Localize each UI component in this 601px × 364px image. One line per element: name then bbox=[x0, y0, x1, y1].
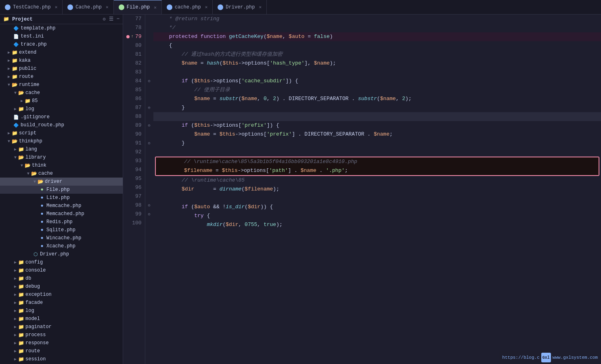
gutter-98[interactable]: ⊖ bbox=[145, 201, 153, 210]
tree-folder-extend[interactable]: ▶ 📁 extend bbox=[0, 48, 123, 56]
tree-folder-think[interactable]: ▼ 📂 think bbox=[0, 161, 123, 169]
tree-folder-db[interactable]: ▶ 📁 db bbox=[0, 274, 123, 282]
code-text: $auto bbox=[194, 203, 210, 211]
line-numbers: 77 78 ↑ 79 80 81 82 83 84 85 86 87 88 89… bbox=[123, 15, 145, 364]
arrow-icon: ▶ bbox=[13, 292, 18, 297]
tab-file[interactable]: File.php ✕ bbox=[114, 0, 162, 14]
minimize-icon[interactable]: − bbox=[117, 16, 119, 22]
gutter-91[interactable]: ⊖ bbox=[145, 139, 153, 148]
tree-item[interactable]: 🔷 trace.php bbox=[0, 40, 123, 48]
code-line-79: protected function getCacheKey ( $name ,… bbox=[153, 32, 601, 41]
gutter-78 bbox=[145, 23, 153, 32]
code-text: if bbox=[182, 203, 188, 211]
gutter-93 bbox=[145, 157, 153, 165]
code-text bbox=[157, 94, 195, 103]
code-text: 0 bbox=[264, 94, 267, 103]
tree-item[interactable]: 📄 test.ini bbox=[0, 32, 123, 40]
tree-label: config bbox=[25, 259, 43, 265]
code-text: ]) { bbox=[286, 77, 298, 86]
tree-folder-route[interactable]: ▶ 📁 route bbox=[0, 73, 123, 81]
tree-folder-cache1[interactable]: ▼ 📂 cache bbox=[0, 89, 123, 97]
code-text: , bbox=[283, 32, 289, 41]
gutter-94 bbox=[145, 165, 153, 174]
tree-folder-lang[interactable]: ▶ 📁 lang bbox=[0, 145, 123, 153]
tree-item-memcached[interactable]: ● Memcached.php bbox=[0, 210, 123, 218]
gutter-87[interactable]: ⊖ bbox=[145, 103, 153, 112]
tab-driver[interactable]: Driver.php ✕ bbox=[213, 0, 267, 14]
gutter-84[interactable]: ⊖ bbox=[145, 77, 153, 86]
tree-folder-runtime[interactable]: ▼ 📂 runtime bbox=[0, 81, 123, 89]
code-text: $name bbox=[314, 59, 330, 68]
line-num-80: 80 bbox=[126, 41, 142, 50]
folder-icon: 📂 bbox=[18, 154, 24, 161]
tree-folder-response[interactable]: ▶ 📁 response bbox=[0, 339, 123, 347]
tree-folder-script[interactable]: ▶ 📁 script bbox=[0, 129, 123, 137]
gutter-99[interactable]: ⊖ bbox=[145, 210, 153, 219]
tree-folder-console[interactable]: ▶ 📁 console bbox=[0, 266, 123, 274]
tree-item-wincache[interactable]: ● Wincache.php bbox=[0, 234, 123, 242]
tab-close-cache[interactable]: ✕ bbox=[106, 4, 109, 10]
tree-folder-route2[interactable]: ▶ 📁 route bbox=[0, 347, 123, 355]
tree-folder-debug[interactable]: ▶ 📁 debug bbox=[0, 282, 123, 291]
tree-folder-facade[interactable]: ▶ 📁 facade bbox=[0, 299, 123, 307]
tab-close-cache2[interactable]: ✕ bbox=[205, 4, 208, 10]
tree-folder-paginator[interactable]: ▶ 📁 paginator bbox=[0, 323, 123, 331]
code-text: $this bbox=[194, 77, 210, 86]
tree-folder-log2[interactable]: ▶ 📁 log bbox=[0, 307, 123, 315]
tree-folder-cache2[interactable]: ▼ 📂 cache bbox=[0, 169, 123, 178]
tree-item-redis[interactable]: ● Redis.php bbox=[0, 218, 123, 226]
tree-item-driver-php[interactable]: ⬡ Driver.php bbox=[0, 250, 123, 258]
code-text bbox=[157, 59, 182, 68]
tree-folder-driver[interactable]: ▼ 📂 driver bbox=[0, 178, 123, 186]
tree-folder-model[interactable]: ▶ 📁 model bbox=[0, 315, 123, 323]
tree-folder-log1[interactable]: ▶ 📁 log bbox=[0, 105, 123, 113]
tree-item-sqlite[interactable]: ● Sqlite.php bbox=[0, 226, 123, 234]
tree-folder-thinkphp[interactable]: ▼ 📂 thinkphp bbox=[0, 137, 123, 145]
folder-icon: 📂 bbox=[11, 82, 18, 88]
tree-item-xcache[interactable]: ● Xcache.php bbox=[0, 242, 123, 250]
code-text: ->options[ bbox=[239, 59, 270, 68]
tab-icon-cache2 bbox=[167, 4, 172, 10]
code-text: ); bbox=[273, 185, 279, 194]
tab-bar: TestCache.php ✕ Cache.php ✕ File.php ✕ c… bbox=[0, 0, 601, 15]
folder-icon: 📂 bbox=[11, 138, 18, 144]
tab-close-driver[interactable]: ✕ bbox=[259, 4, 262, 10]
tree-folder-exception[interactable]: ▶ 📁 exception bbox=[0, 291, 123, 299]
tab-close-testcache[interactable]: ✕ bbox=[55, 4, 58, 10]
tree-item[interactable]: 🔷 template.php bbox=[0, 24, 123, 32]
tree-folder-public[interactable]: ▶ 📁 public bbox=[0, 65, 123, 73]
code-text: ( bbox=[241, 185, 245, 194]
tab-cache2[interactable]: cache.php ✕ bbox=[162, 0, 213, 14]
arrow-icon: ▶ bbox=[13, 349, 18, 354]
arrow-icon: ▼ bbox=[32, 180, 37, 184]
tree-folder-process[interactable]: ▶ 📁 process bbox=[0, 331, 123, 339]
tree-item-file-php[interactable]: ● File.php bbox=[0, 186, 123, 194]
code-editor[interactable]: 77 78 ↑ 79 80 81 82 83 84 85 86 87 88 89… bbox=[123, 15, 601, 364]
tree-folder-library[interactable]: ▼ 📂 library bbox=[0, 153, 123, 161]
tree-item-memcache[interactable]: ● Memcache.php bbox=[0, 202, 123, 210]
tree-label: debug bbox=[25, 284, 40, 289]
tree-item-lite-php[interactable]: ● Lite.php bbox=[0, 194, 123, 202]
tree-folder-session[interactable]: ▶ 📁 session bbox=[0, 355, 123, 363]
tab-testcache[interactable]: TestCache.php ✕ bbox=[0, 0, 63, 14]
tree-label: route bbox=[19, 74, 34, 79]
tree-item-gitignore[interactable]: 📄 .gitignore bbox=[0, 113, 123, 121]
code-text: */ bbox=[157, 23, 176, 32]
tab-close-file[interactable]: ✕ bbox=[154, 5, 157, 10]
code-text: ) . DIRECTORY_SEPARATOR . bbox=[276, 94, 358, 103]
tree-folder-config[interactable]: ▶ 📁 config bbox=[0, 258, 123, 266]
tab-cache[interactable]: Cache.php ✕ bbox=[63, 0, 113, 14]
code-text: $dir bbox=[248, 203, 260, 211]
code-text: substr bbox=[358, 94, 377, 103]
settings-icon[interactable]: ⚙ bbox=[103, 16, 106, 22]
gutter-89[interactable]: ⊖ bbox=[145, 121, 153, 130]
code-line-83 bbox=[153, 68, 601, 77]
code-text: 2 bbox=[273, 94, 276, 103]
gutter-80 bbox=[145, 41, 153, 50]
tree-label: thinkphp bbox=[19, 138, 42, 144]
code-content[interactable]: * @return string */ protected function g… bbox=[153, 15, 601, 364]
tree-folder-kaka[interactable]: ▶ 📁 kaka bbox=[0, 56, 123, 65]
tree-folder-85[interactable]: ▶ 📁 85 bbox=[0, 97, 123, 105]
layout-icon[interactable]: ☰ bbox=[109, 16, 113, 22]
tree-item-build-route[interactable]: 🔷 build_route.php bbox=[0, 121, 123, 129]
